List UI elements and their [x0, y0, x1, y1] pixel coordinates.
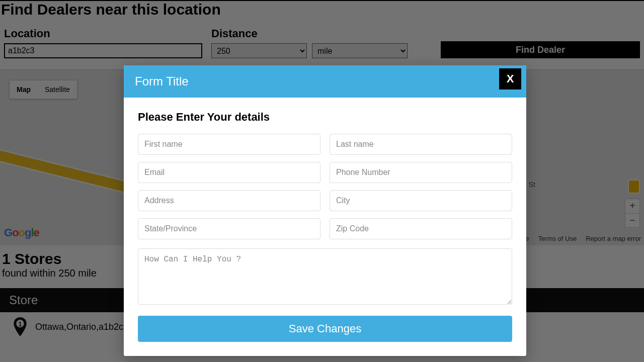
modal-close-button[interactable]: X: [499, 68, 521, 89]
first-name-input[interactable]: [138, 134, 320, 155]
form-grid: [138, 134, 512, 239]
contact-modal: Form Title X Please Enter Your details S…: [124, 65, 526, 356]
save-button[interactable]: Save Changes: [138, 316, 512, 342]
message-textarea[interactable]: [138, 248, 512, 305]
modal-header: Form Title X: [124, 65, 526, 98]
modal-subtitle: Please Enter Your details: [138, 111, 512, 124]
modal-body: Please Enter Your details Save Changes: [124, 98, 526, 356]
state-input[interactable]: [138, 218, 320, 239]
modal-title: Form Title: [135, 74, 189, 88]
city-input[interactable]: [330, 190, 512, 211]
phone-input[interactable]: [330, 162, 512, 183]
email-input[interactable]: [138, 162, 320, 183]
address-input[interactable]: [138, 190, 320, 211]
last-name-input[interactable]: [330, 134, 512, 155]
zip-input[interactable]: [330, 218, 512, 239]
